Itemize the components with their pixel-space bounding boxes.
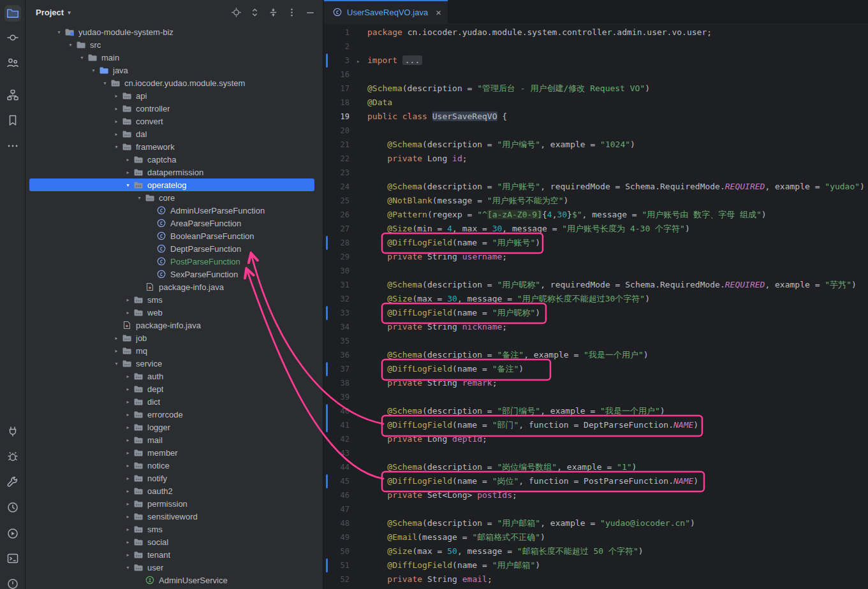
line-number[interactable]: 47 xyxy=(324,502,349,516)
line-number[interactable]: 17 xyxy=(324,82,349,96)
tree-item-sms[interactable]: ▸sms xyxy=(29,523,314,535)
line-number[interactable]: 33 xyxy=(324,306,349,320)
code-line-35[interactable]: 35 xyxy=(324,334,868,348)
vcs-change-marker[interactable] xyxy=(326,236,328,250)
chevron-collapsed-icon[interactable]: ▸ xyxy=(122,310,133,316)
line-number[interactable]: 32 xyxy=(324,292,349,306)
line-number[interactable]: 34 xyxy=(324,320,349,334)
chevron-expanded-icon[interactable]: ▾ xyxy=(77,55,87,61)
line-number[interactable]: 1 xyxy=(324,25,349,40)
line-number[interactable]: 31 xyxy=(324,278,349,292)
code-line-49[interactable]: 49 @Email(message = "邮箱格式不正确") xyxy=(324,530,868,544)
code-line-23[interactable]: 23 xyxy=(324,166,868,180)
chevron-collapsed-icon[interactable]: ▸ xyxy=(111,348,122,354)
line-number[interactable]: 50 xyxy=(324,544,349,558)
tree-item-src[interactable]: ▾src xyxy=(29,38,314,51)
code-line-28[interactable]: 28 @DiffLogField(name = "用户账号") xyxy=(324,236,868,250)
tree-item-job[interactable]: ▸job xyxy=(29,331,314,344)
line-number[interactable]: 20 xyxy=(324,124,349,138)
code-line-43[interactable]: 43 xyxy=(324,446,868,460)
line-number[interactable]: 18 xyxy=(324,96,349,110)
more-tool-button[interactable] xyxy=(4,138,21,154)
tree-item-adminuserservice[interactable]: IAdminUserService xyxy=(29,574,314,586)
services-tool-button[interactable] xyxy=(4,423,21,440)
line-number[interactable]: 40 xyxy=(324,404,349,418)
chevron-collapsed-icon[interactable]: ▸ xyxy=(122,463,133,469)
tree-item-java[interactable]: ▾java xyxy=(29,64,314,76)
editor-tab-usersavereqvo-java[interactable]: CUserSaveReqVO.java× xyxy=(324,0,448,24)
line-number[interactable]: 35 xyxy=(324,334,349,348)
bookmarks-tool-button[interactable] xyxy=(4,112,21,129)
code-line-16[interactable]: 16 xyxy=(324,68,868,82)
tree-item-auth[interactable]: ▸auth xyxy=(29,370,314,382)
line-number[interactable]: 37 xyxy=(324,362,349,376)
project-panel-title[interactable]: Project ▾ xyxy=(36,8,71,17)
fold-arrow-icon[interactable]: ▸ xyxy=(357,54,360,68)
code-line-33[interactable]: 33 @DiffLogField(name = "用户昵称") xyxy=(324,306,868,320)
line-number[interactable]: 16 xyxy=(324,68,349,82)
code-line-24[interactable]: 24 @Schema(description = "用户账号", require… xyxy=(324,180,868,194)
tree-item-controller[interactable]: ▸controller xyxy=(29,102,314,115)
code-line-39[interactable]: 39 xyxy=(324,390,868,404)
vcs-change-marker[interactable] xyxy=(326,306,328,320)
tree-item-deptparsefunction[interactable]: CDeptParseFunction xyxy=(29,242,314,255)
tree-item-operatelog[interactable]: ▾operatelog xyxy=(29,178,314,191)
tree-item-permission[interactable]: ▸permission xyxy=(29,497,314,510)
chevron-expanded-icon[interactable]: ▾ xyxy=(99,80,110,86)
chevron-expanded-icon[interactable]: ▾ xyxy=(88,68,99,73)
tree-item-mail[interactable]: ▸mail xyxy=(29,433,314,446)
code-line-31[interactable]: 31 @Schema(description = "用户昵称", require… xyxy=(324,278,868,292)
line-number[interactable]: 28 xyxy=(324,236,349,250)
morev-button[interactable] xyxy=(285,6,298,18)
vcs-change-marker[interactable] xyxy=(326,404,328,432)
code-line-30[interactable]: 30 xyxy=(324,264,868,278)
code-line-40[interactable]: 40 @Schema(description = "部门编号", example… xyxy=(324,404,868,418)
line-number[interactable]: 52 xyxy=(324,572,349,586)
tree-item-main[interactable]: ▾main xyxy=(29,51,314,64)
hide-button[interactable] xyxy=(304,6,316,18)
code-line-50[interactable]: 50 @Size(max = 50, message = "邮箱长度不能超过 5… xyxy=(324,544,868,558)
tree-item-notice[interactable]: ▸notice xyxy=(29,459,314,472)
tree-item-tenant[interactable]: ▸tenant xyxy=(29,548,314,561)
line-number[interactable]: 49 xyxy=(324,530,349,544)
tree-item-service[interactable]: ▾service xyxy=(29,357,314,370)
chevron-expanded-icon[interactable]: ▾ xyxy=(134,195,145,201)
chevron-collapsed-icon[interactable]: ▸ xyxy=(111,106,122,112)
line-number[interactable]: 43 xyxy=(324,446,349,460)
history-tool-button[interactable] xyxy=(4,499,21,516)
vcs-change-marker[interactable] xyxy=(326,54,328,68)
code-line-19[interactable]: 19public class UserSaveReqVO { xyxy=(324,110,868,124)
line-number[interactable]: 46 xyxy=(324,488,349,502)
line-number[interactable]: 26 xyxy=(324,208,349,222)
structure-tool-button[interactable] xyxy=(4,87,21,103)
code-line-38[interactable]: 38 private String remark; xyxy=(324,376,868,390)
chevron-collapsed-icon[interactable]: ▸ xyxy=(122,170,133,175)
chevron-expanded-icon[interactable]: ▾ xyxy=(122,565,133,571)
profiler-tool-button[interactable] xyxy=(4,448,21,465)
chevron-collapsed-icon[interactable]: ▸ xyxy=(122,297,133,303)
line-number[interactable]: 51 xyxy=(324,558,349,572)
code-line-42[interactable]: 42 private Long deptId; xyxy=(324,432,868,446)
vcs-change-marker[interactable] xyxy=(326,362,328,376)
code-line-47[interactable]: 47 xyxy=(324,502,868,516)
tree-item-errorcode[interactable]: ▸errorcode xyxy=(29,408,314,421)
code-line-41[interactable]: 41 @DiffLogField(name = "部门", function =… xyxy=(324,418,868,432)
tree-item-core[interactable]: ▾core xyxy=(29,191,314,204)
chevron-collapsed-icon[interactable]: ▸ xyxy=(111,335,122,341)
line-number[interactable]: 19 xyxy=(324,110,349,124)
line-number[interactable]: 23 xyxy=(324,166,349,180)
code-line-18[interactable]: 18@Data xyxy=(324,96,868,110)
chevron-collapsed-icon[interactable]: ▸ xyxy=(122,157,133,163)
tree-item-datapermission[interactable]: ▸datapermission xyxy=(29,166,314,178)
code-area[interactable]: 1package cn.iocoder.yudao.module.system.… xyxy=(324,25,868,589)
line-number[interactable]: 3 xyxy=(324,54,349,68)
code-line-21[interactable]: 21 @Schema(description = "用户编号", example… xyxy=(324,138,868,152)
line-number[interactable]: 41 xyxy=(324,418,349,432)
line-number[interactable]: 29 xyxy=(324,250,349,264)
code-line-52[interactable]: 52 private String email; xyxy=(324,572,868,586)
code-line-27[interactable]: 27 @Size(min = 4, max = 30, message = "用… xyxy=(324,222,868,236)
tree-item-package-info-java[interactable]: package-info.java xyxy=(29,280,314,293)
chevron-collapsed-icon[interactable]: ▸ xyxy=(122,386,133,392)
chevron-expanded-icon[interactable]: ▾ xyxy=(54,29,64,35)
tree-item-social[interactable]: ▸social xyxy=(29,535,314,548)
